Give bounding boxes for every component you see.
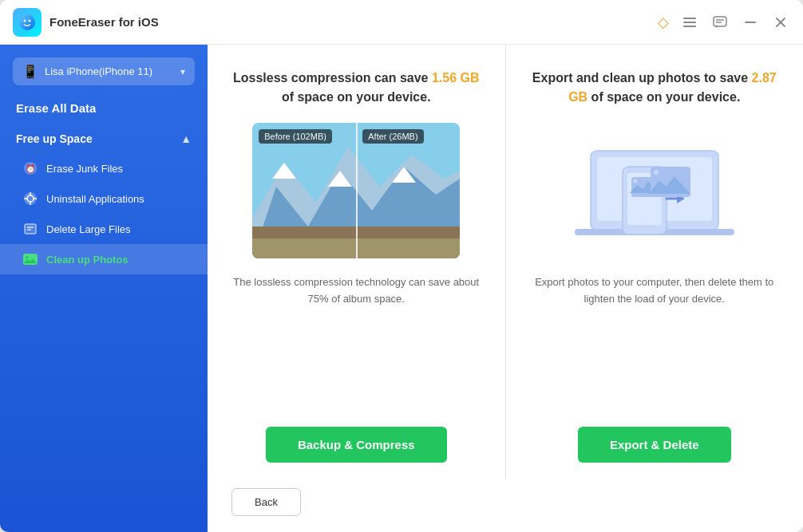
close-button[interactable] bbox=[771, 13, 790, 32]
apps-icon bbox=[22, 191, 38, 207]
export-panel: Export and clean up photos to save 2.87 … bbox=[506, 45, 804, 479]
svg-text:⏰: ⏰ bbox=[26, 164, 36, 174]
content-footer: Back bbox=[208, 479, 803, 532]
device-name: Lisa iPhone(iPhone 11) bbox=[45, 65, 174, 77]
app-window: FoneEraser for iOS ◇ bbox=[0, 0, 803, 532]
compress-title-highlight: 1.56 GB bbox=[432, 71, 480, 85]
export-delete-button[interactable]: Export & Delete bbox=[578, 427, 731, 463]
export-desc: Export photos to your computer, then del… bbox=[530, 274, 780, 308]
chat-button[interactable] bbox=[710, 13, 730, 32]
nav-group-title: Free up Space bbox=[16, 132, 93, 145]
collapse-icon: ▲ bbox=[180, 132, 192, 145]
svg-rect-9 bbox=[745, 22, 756, 23]
menu-button[interactable] bbox=[680, 13, 699, 32]
compress-panel-title: Lossless compression can save 1.56 GB of… bbox=[231, 69, 481, 107]
sidebar-item-label-delete-large: Delete Large Files bbox=[46, 223, 131, 235]
nav-group-free-up-space: Free up Space ▲ ⏰ Erase Junk Files bbox=[0, 124, 208, 274]
export-title-suffix: of space on your device. bbox=[587, 90, 740, 104]
compress-title-suffix: of space on your device. bbox=[282, 90, 431, 104]
title-bar: FoneEraser for iOS ◇ bbox=[0, 0, 803, 45]
app-icon bbox=[13, 8, 42, 37]
compress-title-prefix: Lossless compression can save bbox=[233, 71, 432, 85]
device-selector[interactable]: 📱 Lisa iPhone(iPhone 11) ▾ bbox=[13, 57, 195, 85]
sidebar-item-delete-large[interactable]: Delete Large Files bbox=[0, 214, 208, 244]
erase-all-data-title: Erase All Data bbox=[0, 101, 208, 115]
svg-point-1 bbox=[24, 19, 26, 22]
back-button[interactable]: Back bbox=[231, 488, 301, 516]
after-label: After (26MB) bbox=[362, 129, 423, 144]
svg-rect-4 bbox=[683, 22, 696, 23]
sidebar-item-clean-photos[interactable]: Clean up Photos bbox=[0, 244, 208, 274]
before-after-image: Before (102MB) After (26MB) bbox=[252, 123, 460, 258]
sidebar-item-erase-junk[interactable]: ⏰ Erase Junk Files bbox=[0, 153, 208, 183]
export-illustration bbox=[551, 123, 758, 258]
svg-point-0 bbox=[19, 14, 35, 30]
large-files-icon bbox=[22, 221, 38, 237]
nav-group-header-free-up-space[interactable]: Free up Space ▲ bbox=[0, 124, 208, 153]
svg-rect-20 bbox=[25, 224, 36, 234]
export-title-prefix: Export and clean up photos to save bbox=[532, 71, 752, 85]
diamond-icon[interactable]: ◇ bbox=[658, 14, 669, 31]
phone-icon: 📱 bbox=[22, 64, 38, 79]
sidebar-item-label-uninstall-apps: Uninstall Applications bbox=[46, 193, 144, 205]
backup-compress-button[interactable]: Backup & Compress bbox=[266, 427, 447, 463]
svg-rect-3 bbox=[683, 18, 696, 19]
sidebar-item-uninstall-apps[interactable]: Uninstall Applications bbox=[0, 183, 208, 214]
svg-rect-6 bbox=[714, 17, 726, 26]
photos-icon bbox=[22, 251, 38, 267]
compress-desc: The lossless compression technology can … bbox=[231, 274, 481, 308]
minimize-button[interactable] bbox=[741, 13, 760, 32]
export-panel-title: Export and clean up photos to save 2.87 … bbox=[530, 69, 780, 107]
content-body: Lossless compression can save 1.56 GB of… bbox=[208, 45, 803, 479]
svg-point-24 bbox=[26, 256, 29, 258]
svg-point-2 bbox=[29, 19, 31, 22]
title-bar-controls: ◇ bbox=[658, 13, 790, 32]
sidebar-item-label-clean-photos: Clean up Photos bbox=[46, 254, 129, 266]
before-label: Before (102MB) bbox=[259, 129, 332, 144]
chevron-down-icon: ▾ bbox=[180, 66, 185, 77]
svg-point-44 bbox=[654, 170, 659, 175]
sidebar-item-label-erase-junk: Erase Junk Files bbox=[46, 163, 123, 175]
compress-panel: Lossless compression can save 1.56 GB of… bbox=[208, 45, 506, 479]
app-title: FoneEraser for iOS bbox=[49, 15, 159, 29]
svg-point-39 bbox=[633, 179, 637, 183]
title-bar-left: FoneEraser for iOS bbox=[13, 8, 159, 37]
main-layout: 📱 Lisa iPhone(iPhone 11) ▾ Erase All Dat… bbox=[0, 45, 803, 532]
content-area: Lossless compression can save 1.56 GB of… bbox=[208, 45, 803, 532]
junk-icon: ⏰ bbox=[22, 160, 38, 176]
svg-rect-5 bbox=[683, 26, 696, 27]
sidebar: 📱 Lisa iPhone(iPhone 11) ▾ Erase All Dat… bbox=[0, 45, 208, 532]
